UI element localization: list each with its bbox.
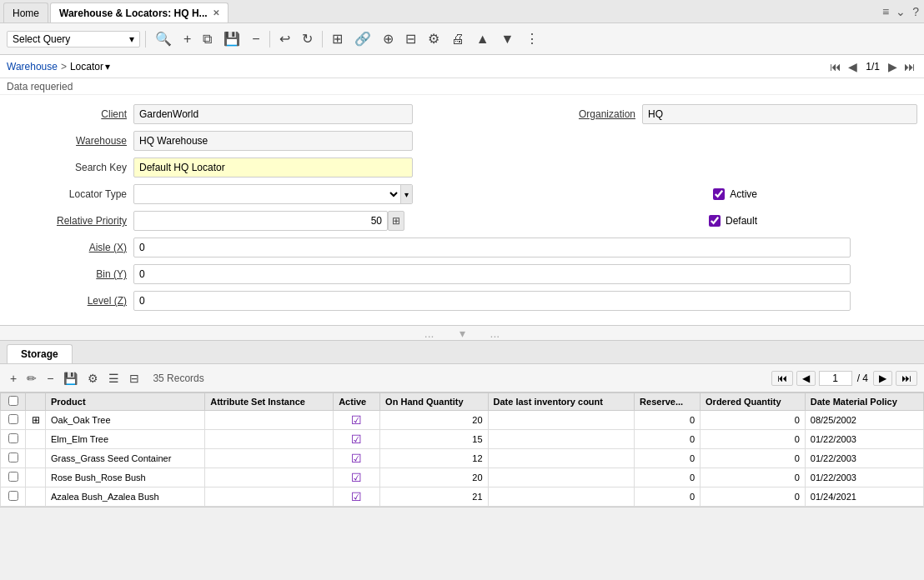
search-button[interactable]: 🔍	[151, 28, 176, 49]
row-checkbox-0[interactable]	[8, 414, 18, 424]
row-product: Oak_Oak Tree	[46, 411, 205, 430]
help-icon[interactable]: ?	[911, 3, 921, 20]
storage-table-wrapper: Product Attribute Set Instance Active On…	[0, 392, 924, 507]
header-select-all[interactable]	[1, 393, 26, 411]
next-record-button[interactable]: ▶	[886, 58, 899, 75]
default-label: Default	[726, 215, 757, 227]
dropdown-arrow-icon: ▾	[129, 33, 134, 45]
tab-home[interactable]: Home	[3, 2, 48, 22]
first-record-button[interactable]: ⏮	[828, 58, 843, 75]
zoom-out-button[interactable]: ⊟	[401, 28, 420, 49]
row-icon-cell	[26, 430, 46, 449]
next-page-button[interactable]: ▶	[873, 371, 892, 386]
aisle-input[interactable]	[133, 238, 851, 258]
row-checkbox-4[interactable]	[8, 491, 18, 501]
copy-button[interactable]: ⧉	[198, 29, 216, 49]
filter-button[interactable]: ⊟	[126, 370, 143, 387]
link-button[interactable]: 🔗	[350, 28, 375, 49]
down-button[interactable]: ▼	[497, 29, 519, 49]
locator-type-select[interactable]	[134, 185, 400, 203]
header-active[interactable]: Active	[334, 393, 380, 411]
storage-tab[interactable]: Storage	[7, 344, 73, 363]
row-detail-icon[interactable]: ⊞	[32, 414, 40, 426]
up-button[interactable]: ▲	[472, 29, 494, 49]
active-checkbox[interactable]	[713, 188, 725, 200]
row-checkbox-cell[interactable]	[1, 468, 26, 488]
record-count: 35 Records	[153, 372, 203, 384]
settings-button[interactable]: ⚙	[424, 28, 444, 49]
columns-button[interactable]: ☰	[105, 370, 123, 387]
undo-button[interactable]: ↩	[275, 28, 294, 49]
tab-home-label: Home	[13, 8, 39, 19]
row-ordered: 0	[701, 468, 806, 488]
storage-tabs: Storage	[0, 341, 924, 364]
calculator-icon[interactable]: ⊞	[388, 211, 404, 231]
row-attribute	[205, 488, 334, 507]
delete-button[interactable]: −	[248, 29, 264, 49]
tab-warehouse-locators[interactable]: Warehouse & Locators: HQ H... ✕	[50, 2, 228, 22]
new-button[interactable]: +	[179, 29, 195, 49]
warehouse-row: Warehouse	[0, 130, 924, 152]
separator-3	[322, 31, 323, 48]
row-checkbox-cell[interactable]	[1, 449, 26, 468]
close-icon[interactable]: ✕	[213, 8, 219, 18]
last-record-button[interactable]: ⏭	[902, 58, 917, 75]
edit-row-button[interactable]: ✏	[23, 370, 40, 387]
save-button[interactable]: 💾	[219, 28, 244, 49]
current-page-input[interactable]	[819, 371, 852, 386]
row-checkbox-2[interactable]	[8, 452, 18, 462]
header-ordered[interactable]: Ordered Quantity	[701, 393, 806, 411]
form-area: Client Organization Warehouse Search Key…	[0, 95, 924, 326]
save-row-button[interactable]: 💾	[60, 370, 81, 387]
header-date-mat[interactable]: Date Material Policy	[805, 393, 923, 411]
header-product[interactable]: Product	[46, 393, 205, 411]
header-date-inv[interactable]: Date last inventory count	[488, 393, 635, 411]
chevron-down-icon[interactable]: ⌄	[894, 3, 907, 20]
default-checkbox[interactable]	[709, 215, 721, 227]
organization-label: Organization	[579, 108, 642, 120]
warehouse-breadcrumb-link[interactable]: Warehouse	[7, 61, 58, 72]
prev-record-button[interactable]: ◀	[846, 58, 859, 75]
select-query-dropdown[interactable]: Select Query ▾	[7, 31, 140, 48]
header-attribute[interactable]: Attribute Set Instance	[205, 393, 334, 411]
menu-icon[interactable]: ≡	[881, 3, 891, 20]
client-row: Client Organization	[0, 103, 924, 125]
row-attribute	[205, 411, 334, 430]
search-key-input[interactable]	[133, 158, 413, 178]
active-checkbox-group: Active	[713, 188, 757, 200]
delete-row-button[interactable]: −	[43, 370, 57, 387]
bin-input[interactable]	[133, 264, 851, 284]
header-reserve[interactable]: Reserve...	[635, 393, 701, 411]
row-icon-cell	[26, 449, 46, 468]
settings-row-button[interactable]: ⚙	[84, 370, 102, 387]
row-checkbox-cell[interactable]	[1, 430, 26, 449]
prev-page-button[interactable]: ◀	[796, 371, 816, 386]
row-checkbox-1[interactable]	[8, 433, 18, 443]
form-divider: ... ▾ ...	[0, 326, 924, 341]
organization-input[interactable]	[642, 104, 917, 124]
row-checkbox-3[interactable]	[8, 472, 18, 482]
zoom-in-button[interactable]: ⊕	[379, 28, 398, 49]
locator-label: Locator	[70, 61, 103, 72]
bottom-scrollbar[interactable]	[0, 507, 924, 515]
warehouse-input[interactable]	[133, 131, 413, 151]
grid-button[interactable]: ⊞	[328, 28, 347, 49]
last-page-button[interactable]: ⏭	[896, 371, 917, 386]
row-checkbox-cell[interactable]	[1, 411, 26, 430]
add-row-button[interactable]: +	[7, 370, 20, 387]
row-checkbox-cell[interactable]	[1, 488, 26, 507]
search-key-label: Search Key	[0, 162, 133, 173]
refresh-button[interactable]: ↻	[298, 28, 317, 49]
more-button[interactable]: ⋮	[521, 28, 543, 49]
select-all-checkbox[interactable]	[8, 396, 18, 406]
relative-priority-input[interactable]	[133, 211, 388, 231]
header-on-hand[interactable]: On Hand Quantity	[380, 393, 488, 411]
level-input[interactable]	[133, 291, 851, 311]
expand-down-icon[interactable]: ▾	[459, 327, 465, 340]
first-page-button[interactable]: ⏮	[771, 371, 793, 386]
row-reserve: 0	[635, 430, 701, 449]
print-button[interactable]: 🖨	[447, 29, 469, 49]
client-input[interactable]	[133, 104, 413, 124]
tab-bar: Home Warehouse & Locators: HQ H... ✕ ≡ ⌄…	[0, 0, 924, 23]
locator-dropdown-icon[interactable]: ▾	[105, 61, 110, 72]
